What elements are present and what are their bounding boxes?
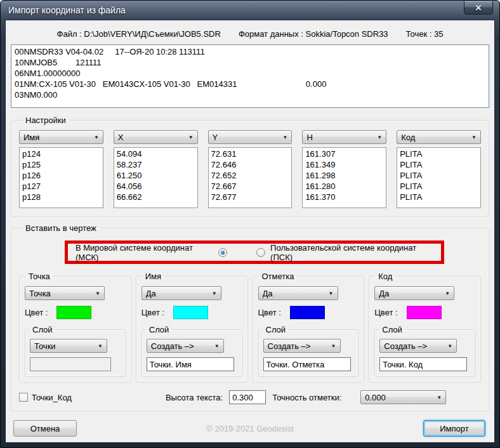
column-code-list[interactable]: PLITAPLITAPLITAPLITAPLITA... bbox=[397, 147, 481, 208]
elevation-color-swatch[interactable] bbox=[290, 306, 325, 319]
ucs-radio-label: Пользовательской системе координат (ПСК) bbox=[270, 243, 433, 262]
list-item[interactable]: 72.631 bbox=[211, 148, 289, 159]
chevron-down-icon: ▼ bbox=[447, 343, 452, 349]
column-x-dropdown[interactable]: X ▼ bbox=[114, 130, 198, 144]
column-code-dropdown[interactable]: Код ▼ bbox=[397, 130, 481, 144]
list-item[interactable]: 72.677 bbox=[211, 192, 289, 202]
point-subgroup: Точка Точка ▼ Цвет : Слой Точки ▼ bbox=[19, 272, 131, 383]
column-y-list[interactable]: 72.63172.64672.65272.66772.677... bbox=[208, 147, 293, 208]
column-name: Имя ▼ p124p125p126p127p128... bbox=[19, 130, 103, 208]
wcs-radio-button[interactable] bbox=[218, 248, 227, 257]
list-item[interactable]: ... bbox=[305, 202, 383, 208]
list-item[interactable]: PLITA bbox=[400, 159, 478, 170]
elevation-subgroup-title: Отметка bbox=[260, 272, 297, 281]
code-layer-dropdown[interactable]: Создать –> ▼ bbox=[379, 339, 457, 353]
list-item[interactable]: 72.652 bbox=[211, 170, 289, 181]
name-mode-value: Да bbox=[146, 289, 209, 298]
elevation-mode-dropdown[interactable]: Да ▼ bbox=[258, 286, 338, 300]
data-format-label: Формат данных : Sokkia/Topcon SDR33 bbox=[239, 29, 388, 39]
list-item[interactable]: 66.662 bbox=[117, 192, 195, 202]
list-item[interactable]: 72.667 bbox=[211, 181, 289, 192]
point-color-swatch[interactable] bbox=[56, 306, 91, 319]
column-name-dropdown[interactable]: Имя ▼ bbox=[19, 130, 103, 144]
preview-line: 06NM1.00000000 bbox=[15, 68, 485, 79]
list-item[interactable]: PLITA bbox=[400, 170, 478, 181]
close-button[interactable]: ✕ bbox=[464, 1, 493, 15]
list-item[interactable]: ... bbox=[117, 202, 195, 208]
dialog-body: Файл : D:\Job\VERY\ИД\Съемки\JOB5.SDR Фо… bbox=[5, 20, 495, 443]
list-item[interactable]: 161.298 bbox=[305, 170, 383, 181]
code-layer-value: Создать –> bbox=[384, 341, 445, 351]
preview-line: 10NMJOB5 121111 bbox=[15, 57, 485, 68]
name-layer-dropdown[interactable]: Создать –> ▼ bbox=[147, 339, 224, 353]
text-height-input[interactable] bbox=[229, 390, 266, 404]
list-item[interactable]: PLITA bbox=[400, 148, 478, 159]
column-h-dropdown[interactable]: H ▼ bbox=[302, 130, 386, 144]
insert-options-row: Точки_Код Высота текста: Точность отметк… bbox=[19, 390, 481, 404]
list-item[interactable]: ... bbox=[211, 202, 289, 208]
list-item[interactable]: p124 bbox=[22, 148, 100, 159]
list-item[interactable]: 161.349 bbox=[305, 159, 383, 170]
list-item[interactable]: p125 bbox=[22, 159, 100, 170]
point-mode-dropdown[interactable]: Точка ▼ bbox=[25, 286, 105, 300]
point-layer-dropdown[interactable]: Точки ▼ bbox=[30, 339, 107, 353]
ucs-radio-button[interactable] bbox=[256, 248, 265, 257]
points-code-checkbox[interactable] bbox=[19, 393, 28, 402]
entity-subgroups: Точка Точка ▼ Цвет : Слой Точки ▼ bbox=[19, 272, 481, 383]
elevation-precision-dropdown[interactable]: 0.000 ▼ bbox=[360, 390, 446, 404]
column-h-list[interactable]: 161.307161.349161.298161.280161.370... bbox=[302, 147, 386, 208]
chevron-down-icon: ▼ bbox=[445, 291, 450, 296]
list-item[interactable]: ... bbox=[400, 202, 478, 208]
titlebar[interactable]: Импорт координат из файла bbox=[1, 1, 499, 20]
code-mode-dropdown[interactable]: Да ▼ bbox=[374, 286, 454, 300]
code-layer-name-field[interactable] bbox=[379, 357, 467, 371]
close-icon: ✕ bbox=[475, 3, 482, 13]
preview-line: ... bbox=[15, 100, 485, 108]
elevation-layer-value: Создать –> bbox=[268, 341, 329, 351]
list-item[interactable]: p127 bbox=[22, 181, 100, 192]
elevation-layer-dropdown[interactable]: Создать –> ▼ bbox=[263, 339, 341, 353]
point-subgroup-title: Точка bbox=[26, 272, 53, 281]
list-item[interactable]: 161.307 bbox=[305, 148, 383, 159]
code-layer-group: Слой Создать –> ▼ bbox=[374, 325, 475, 377]
name-layer-group: Слой Создать –> ▼ bbox=[141, 325, 242, 377]
name-mode-dropdown[interactable]: Да ▼ bbox=[141, 286, 221, 300]
point-mode-value: Точка bbox=[29, 289, 93, 298]
list-item[interactable]: 161.370 bbox=[305, 192, 383, 202]
column-name-list[interactable]: p124p125p126p127p128... bbox=[19, 147, 103, 208]
elevation-layer-name-field[interactable] bbox=[263, 357, 351, 371]
column-x-list[interactable]: 54.09458.23761.25064.05666.662... bbox=[114, 147, 198, 208]
list-item[interactable]: 54.094 bbox=[117, 148, 195, 159]
list-item[interactable]: 58.237 bbox=[117, 159, 195, 170]
import-dialog: Импорт координат из файла ✕ Файл : D:\Jo… bbox=[0, 0, 500, 448]
code-color-swatch[interactable] bbox=[407, 306, 442, 319]
column-h-dropdown-value: H bbox=[306, 133, 374, 142]
list-item[interactable]: 72.646 bbox=[211, 159, 289, 170]
import-button[interactable]: Импорт bbox=[423, 420, 485, 437]
list-item[interactable]: p126 bbox=[22, 170, 100, 181]
settings-group-title: Настройки bbox=[23, 115, 69, 125]
elevation-color-row: Цвет : bbox=[258, 306, 359, 319]
cancel-button[interactable]: Отмена bbox=[13, 420, 77, 437]
preview-line: 01NM:CX-105 V01-30 EM0143CX-105 V01-30 E… bbox=[15, 79, 485, 89]
list-item[interactable]: ... bbox=[22, 202, 100, 208]
file-preview-box[interactable]: 00NMSDR33 V04-04.02 17--ОЯ-20 10:28 1131… bbox=[11, 44, 489, 108]
list-item[interactable]: 61.250 bbox=[117, 170, 195, 181]
code-mode-value: Да bbox=[379, 289, 442, 298]
column-y-dropdown[interactable]: Y ▼ bbox=[208, 130, 293, 144]
name-color-row: Цвет : bbox=[141, 306, 242, 319]
preview-line: 03NM0.000 bbox=[15, 89, 485, 100]
list-item[interactable]: 161.280 bbox=[305, 181, 383, 192]
list-item[interactable]: 64.056 bbox=[117, 181, 195, 192]
point-layer-value: Точки bbox=[34, 341, 95, 351]
name-layer-title: Слой bbox=[147, 325, 172, 334]
column-h: H ▼ 161.307161.349161.298161.280161.370.… bbox=[302, 130, 386, 208]
list-item[interactable]: p128 bbox=[22, 192, 100, 202]
chevron-down-icon: ▼ bbox=[98, 343, 103, 349]
preview-line: 00NMSDR33 V04-04.02 17--ОЯ-20 10:28 1131… bbox=[15, 46, 485, 57]
list-item[interactable]: PLITA bbox=[400, 181, 478, 192]
name-layer-value: Создать –> bbox=[151, 341, 212, 351]
list-item[interactable]: PLITA bbox=[400, 192, 478, 202]
name-color-swatch[interactable] bbox=[173, 306, 208, 319]
name-layer-name-field[interactable] bbox=[147, 357, 234, 371]
